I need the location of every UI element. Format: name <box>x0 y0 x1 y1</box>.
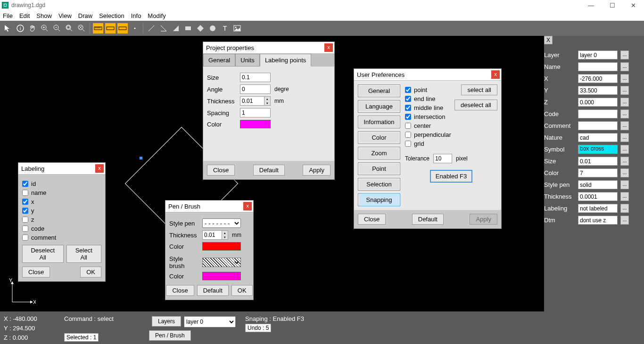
labeling-check-comment[interactable] <box>22 235 28 241</box>
spinner-down-icon[interactable]: ▾ <box>222 235 228 239</box>
status-layers-button[interactable]: Layers <box>152 316 181 327</box>
prop-z-input[interactable] <box>578 98 618 107</box>
prop-labeling-input[interactable] <box>578 204 618 213</box>
hand-icon[interactable] <box>27 23 38 34</box>
selection-handle[interactable] <box>140 157 142 159</box>
project-color-swatch[interactable] <box>240 120 271 128</box>
minimize-button[interactable]: — <box>580 0 602 10</box>
menu-show[interactable]: Show <box>36 12 52 19</box>
penbrush-close-button[interactable]: Close <box>166 285 194 296</box>
menu-selection[interactable]: Selection <box>99 12 124 19</box>
zoom-window-icon[interactable] <box>64 23 74 34</box>
penbrush-close-icon[interactable]: x <box>243 202 252 210</box>
userprefs-default-button[interactable]: Default <box>412 214 444 225</box>
image-icon[interactable] <box>232 23 242 34</box>
labeling-check-y[interactable] <box>22 208 28 214</box>
userprefs-side-general[interactable]: General <box>358 84 400 97</box>
ruler1-icon[interactable] <box>93 23 103 34</box>
prop-color-more[interactable]: ... <box>620 168 629 177</box>
userprefs-check-end line[interactable] <box>405 96 411 102</box>
penbrush-thickness-input[interactable] <box>202 230 222 240</box>
userprefs-check-point[interactable] <box>405 87 411 93</box>
project-angle-input[interactable] <box>240 84 271 94</box>
spinner-up-icon[interactable]: ▴ <box>222 231 228 235</box>
prop-name-more[interactable]: ... <box>620 62 629 71</box>
status-layer-select[interactable]: layer 0 <box>184 316 236 327</box>
penbrush-ok-button[interactable]: OK <box>231 285 253 296</box>
properties-close-button[interactable]: X <box>544 36 553 44</box>
angle-icon[interactable] <box>158 23 169 34</box>
spinner-up-icon[interactable]: ▴ <box>264 97 270 101</box>
userprefs-side-information[interactable]: Information <box>358 116 400 128</box>
pointer-icon[interactable] <box>3 23 13 34</box>
prop-dtm-more[interactable]: ... <box>620 216 629 225</box>
userprefs-side-selection[interactable]: Selection <box>358 178 400 191</box>
penbrush-default-button[interactable]: Default <box>197 285 229 296</box>
prop-x-more[interactable]: ... <box>620 74 629 83</box>
prop-labeling-more[interactable]: ... <box>620 204 629 213</box>
project-default-button[interactable]: Default <box>253 165 285 176</box>
menu-view[interactable]: View <box>58 12 72 19</box>
project-tab-units[interactable]: Units <box>235 54 260 67</box>
userprefs-close-icon[interactable]: x <box>491 70 500 79</box>
userprefs-close-button[interactable]: Close <box>358 214 386 225</box>
labeling-check-name[interactable] <box>22 190 28 196</box>
text-icon[interactable]: T <box>220 23 230 34</box>
labeling-check-code[interactable] <box>22 226 28 232</box>
prop-symbol-input[interactable]: box cross <box>578 145 618 154</box>
userprefs-tolerance-input[interactable] <box>433 154 452 163</box>
prop-y-input[interactable] <box>578 86 618 95</box>
userprefs-deselectall-button[interactable]: deselect all <box>454 100 497 110</box>
status-penbrush-button[interactable]: Pen / Brush <box>149 330 191 341</box>
prop-comment-input[interactable] <box>578 121 618 130</box>
project-tab-general[interactable]: General <box>203 54 235 67</box>
project-spacing-input[interactable] <box>240 108 271 117</box>
userprefs-enabled-button[interactable]: Enabled F3 <box>430 170 473 183</box>
prop-nature-input[interactable] <box>578 133 618 142</box>
labeling-check-z[interactable] <box>22 217 28 223</box>
prop-y-more[interactable]: ... <box>620 86 629 95</box>
project-close-button[interactable]: Close <box>207 165 235 176</box>
prop-color-input[interactable] <box>578 168 618 177</box>
penbrush-pen-color-swatch[interactable] <box>202 242 241 251</box>
zoom-in-icon[interactable] <box>40 23 50 34</box>
labeling-check-x[interactable] <box>22 199 28 205</box>
userprefs-check-intersection[interactable] <box>405 114 411 120</box>
labeling-selectall-button[interactable]: Select All <box>66 245 101 263</box>
maximize-button[interactable]: ☐ <box>602 0 623 10</box>
zoom-extents-icon[interactable] <box>76 23 87 34</box>
diamond-icon[interactable] <box>195 23 206 34</box>
info-icon[interactable]: i <box>15 23 25 34</box>
menu-draw[interactable]: Draw <box>78 12 92 19</box>
line-icon[interactable] <box>146 23 157 34</box>
userprefs-side-zoom[interactable]: Zoom <box>358 147 400 159</box>
prop-comment-more[interactable]: ... <box>620 121 629 130</box>
ruler3-icon[interactable] <box>117 23 128 34</box>
zoom-out-icon[interactable] <box>52 23 62 34</box>
penbrush-stylebrush-select[interactable] <box>202 258 241 267</box>
project-close-icon[interactable]: x <box>324 43 333 52</box>
userprefs-side-snapping[interactable]: Snapping <box>358 193 400 206</box>
rect-icon[interactable] <box>183 23 193 34</box>
prop-thickness-input[interactable] <box>578 192 618 201</box>
userprefs-side-language[interactable]: Language <box>358 100 400 113</box>
prop-nature-more[interactable]: ... <box>620 133 629 142</box>
prop-size-more[interactable]: ... <box>620 157 629 166</box>
prop-stylepen-input[interactable] <box>578 180 618 189</box>
prop-x-input[interactable] <box>578 74 618 83</box>
labeling-close-button[interactable]: Close <box>22 267 50 277</box>
userprefs-side-color[interactable]: Color <box>358 131 400 144</box>
userprefs-check-center[interactable] <box>405 123 411 129</box>
spinner-down-icon[interactable]: ▾ <box>264 101 270 105</box>
prop-dtm-input[interactable] <box>578 216 618 225</box>
project-size-input[interactable] <box>240 73 271 82</box>
userprefs-check-middle line[interactable] <box>405 105 411 111</box>
userprefs-apply-button[interactable]: Apply <box>470 214 497 225</box>
userprefs-selectall-button[interactable]: select all <box>461 84 497 95</box>
dot-tool-icon[interactable] <box>130 23 140 34</box>
labeling-close-icon[interactable]: x <box>95 164 104 173</box>
prop-symbol-more[interactable]: ... <box>620 145 629 154</box>
prop-z-more[interactable]: ... <box>620 98 629 107</box>
penbrush-stylepen-select[interactable]: - - - - - - - <box>202 218 241 228</box>
menu-file[interactable]: File <box>3 12 13 19</box>
